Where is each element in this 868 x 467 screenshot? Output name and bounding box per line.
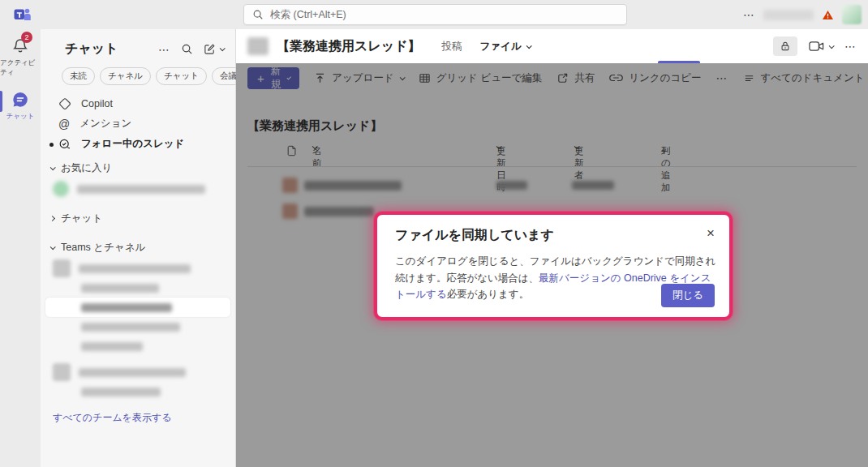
sync-dialog: ファイルを同期しています × このダイアログを閉じると、ファイルはバックグラウン… [374,212,733,320]
favorite-chat-item[interactable] [41,179,235,199]
chat-bubble-icon [10,89,31,110]
chevron-down-icon [829,43,835,49]
sidebar-item-copilot[interactable]: Copilot [41,93,235,114]
channel-header: 【業務連携用スレッド】 投稿 ファイル ⋯ [236,29,868,63]
channel-name-redacted [81,323,180,332]
meet-button[interactable] [809,41,833,52]
rail-chat-label: チャット [6,112,35,122]
channel-title: 【業務連携用スレッド】 [277,38,421,55]
favorites-label: お気に入り [61,161,112,175]
threads-icon [58,138,71,151]
channel-item[interactable] [41,336,235,356]
search-icon [252,9,264,20]
topbar-more-icon[interactable]: ⋯ [743,8,755,21]
channel-name-redacted [81,284,159,293]
section-teams[interactable]: Teams とチャネル [41,229,235,259]
channel-item-selected[interactable] [45,298,230,317]
filter-unread[interactable]: 未読 [62,67,95,85]
team-item[interactable] [41,362,235,382]
chevron-right-icon [49,216,55,221]
rail-activity-label: アクティビティ [0,58,41,78]
teams-logo-icon [13,5,32,24]
sidebar-more-icon[interactable]: ⋯ [158,43,170,56]
unread-dot [49,143,54,147]
channel-name-redacted [81,342,143,351]
channel-item[interactable] [41,278,235,298]
copilot-label: Copilot [81,98,113,109]
chevron-down-icon [220,45,226,51]
team-name-redacted [79,264,191,273]
channel-item[interactable] [41,317,235,336]
section-favorites[interactable]: お気に入り [41,154,235,179]
close-icon[interactable]: × [707,226,715,240]
channel-name-redacted [81,303,172,312]
chevron-down-icon [50,244,56,250]
tab-posts[interactable]: 投稿 [442,40,462,54]
search-input[interactable] [270,9,618,20]
chat-filters: 未読 チャネル チャット 会議チャット [41,64,235,93]
show-all-teams-link[interactable]: すべてのチームを表示する [41,401,235,425]
warning-icon[interactable] [822,10,834,20]
sidebar-item-followed-threads[interactable]: フォロー中のスレッド [41,134,235,154]
dialog-close-button[interactable]: 閉じる [661,284,715,307]
teams-label: Teams とチャネル [61,241,145,255]
dialog-text: 必要があります。 [447,289,529,300]
dialog-title: ファイルを同期しています [395,227,711,244]
team-avatar [53,363,71,381]
account-name-redacted [763,10,814,20]
team-avatar [53,259,71,277]
top-bar: ⋯ [0,0,868,29]
app-rail: 2 アクティビティ チャット [0,29,41,467]
filter-channels[interactable]: チャネル [100,67,151,85]
followed-threads-label: フォロー中のスレッド [81,137,184,151]
section-chats[interactable]: チャット [41,199,235,229]
avatar [53,181,69,197]
chevron-down-icon [50,165,56,170]
mentions-label: メンション [79,117,131,131]
filter-chats[interactable]: チャット [156,67,207,85]
global-search[interactable] [243,4,627,25]
channel-name-redacted [81,388,161,396]
sidebar-title: チャット [65,41,118,58]
team-item[interactable] [41,259,235,278]
tab-files-label: ファイル [480,40,522,54]
at-icon: @ [58,118,70,131]
channel-item[interactable] [41,382,235,401]
new-chat-button[interactable] [204,43,224,55]
rail-item-activity[interactable]: 2 アクティビティ [0,29,41,83]
copilot-icon [58,97,71,110]
chats-label: チャット [61,212,102,225]
team-name-redacted [79,368,186,377]
user-avatar[interactable] [842,5,862,24]
activity-badge: 2 [21,32,32,43]
header-more-icon[interactable]: ⋯ [844,40,857,53]
chevron-down-icon [526,43,531,49]
chat-name-redacted [77,185,205,194]
channel-avatar-redacted [247,37,269,55]
tab-files[interactable]: ファイル [480,40,531,54]
rail-item-chat[interactable]: チャット [0,83,41,126]
lock-button[interactable] [773,36,797,56]
sidebar-search-icon[interactable] [181,43,193,55]
sidebar-item-mentions[interactable]: @ メンション [41,114,235,134]
chat-sidebar: チャット ⋯ 未読 チャネル チャット 会議チャット Copilot @ メンシ… [41,29,236,467]
active-indicator [0,91,2,112]
